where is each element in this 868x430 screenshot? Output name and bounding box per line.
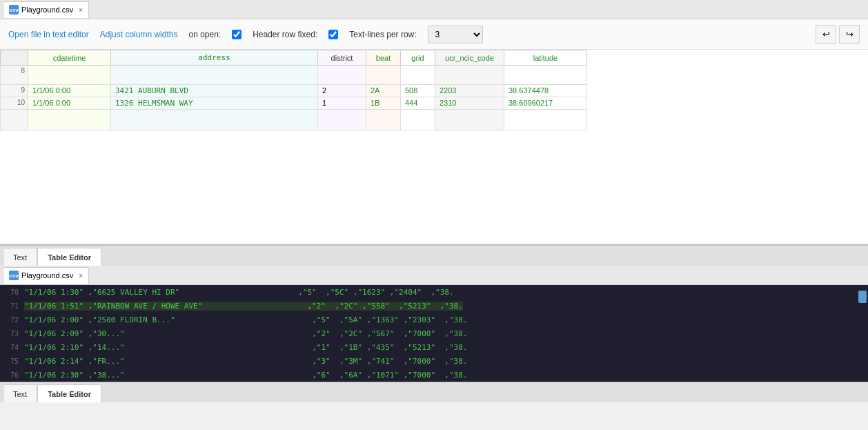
line-number: 72 — [0, 316, 24, 324]
header-row-checkbox[interactable] — [328, 30, 338, 39]
top-tab-bar: csv Playground.csv × — [0, 0, 868, 19]
table-row-empty — [1, 110, 587, 130]
cell-8-grid[interactable] — [401, 66, 435, 85]
top-table-container[interactable]: cdatetime address district beat grid ucr… — [0, 50, 868, 244]
cell-9-cdatetime[interactable]: 1/1/06 0:00 — [28, 85, 111, 97]
text-line: 75"1/1/06 2:14" ,"FR..." ,"3" ,"3M" ,"74… — [0, 354, 868, 368]
text-line: 74"1/1/06 2:10" ,"14..." ,"1" ,"1B" ,"43… — [0, 340, 868, 354]
csv-icon: csv — [9, 5, 19, 14]
cell-8-district[interactable] — [318, 66, 366, 85]
row-num-8: 8 — [1, 66, 28, 85]
header-row-checkbox-wrap — [328, 30, 338, 39]
cell-9-beat[interactable]: 2A — [366, 85, 401, 97]
top-tab-label: Playground.csv — [21, 6, 73, 14]
mid-tab-text[interactable]: Text — [3, 248, 37, 266]
cell-8-ucr[interactable] — [435, 66, 504, 85]
scroll-indicator — [858, 291, 867, 303]
adjust-widths-link[interactable]: Adjust column widths — [100, 30, 178, 39]
cell-8-beat[interactable] — [366, 66, 401, 85]
text-line: 71"1/1/06 1:51" ,"RAINBOW AVE / HOWE AVE… — [0, 299, 868, 313]
line-content[interactable]: "1/1/06 1:51" ,"RAINBOW AVE / HOWE AVE" … — [24, 302, 463, 311]
col-header-beat[interactable]: beat — [366, 50, 401, 66]
undo-button[interactable]: ↩ — [816, 25, 836, 44]
line-number: 76 — [0, 371, 24, 379]
cell-10-lat[interactable]: 38.60960217 — [504, 97, 587, 110]
col-header-district[interactable]: district — [318, 50, 366, 66]
col-header-address[interactable]: address — [111, 50, 318, 66]
cell-9-lat[interactable]: 38.6374478 — [504, 85, 587, 97]
on-open-label: on open: — [188, 30, 221, 39]
cell-10-address[interactable]: 1326 HELMSMAN WAY — [111, 97, 318, 110]
mid-tab-table-editor[interactable]: Table Editor — [37, 248, 101, 266]
cell-8-cdatetime[interactable] — [28, 66, 111, 85]
bottom-csv-icon: csv — [9, 271, 19, 280]
col-header-ucr[interactable]: ucr_ncic_code — [435, 50, 504, 66]
text-view[interactable]: 70"1/1/06 1:30" ,"6625 VALLEY HI DR" ,"5… — [0, 285, 868, 382]
cell-10-ucr[interactable]: 2310 — [435, 97, 504, 110]
bottom-tab-label: Playground.csv — [21, 271, 73, 280]
col-header-latitude[interactable]: latitude — [504, 50, 587, 66]
cell-8-lat[interactable] — [504, 66, 587, 85]
toolbar: Open file in text editor Adjust column w… — [0, 19, 868, 50]
line-number: 70 — [0, 289, 24, 296]
line-number: 73 — [0, 330, 24, 338]
cell-9-address[interactable]: 3421 AUBURN BLVD — [111, 85, 318, 97]
cell-10-cdatetime[interactable]: 1/1/06 0:00 — [28, 97, 111, 110]
undo-redo-buttons: ↩ ↪ — [816, 25, 860, 44]
text-line: 73"1/1/06 2:09" ,"30..." ,"2" ,"2C" ,"56… — [0, 326, 868, 340]
text-line: 72"1/1/06 2:00" ,"2500 FLORIN B..." ,"5"… — [0, 313, 868, 326]
row-num-10: 10 — [1, 97, 28, 110]
bottom-file-tab[interactable]: csv Playground.csv × — [3, 267, 89, 284]
col-header-grid[interactable]: grid — [401, 50, 435, 66]
text-line: 76"1/1/06 2:30" ,"38..." ,"6" ,"6A" ,"10… — [0, 368, 868, 382]
row-num-header — [1, 50, 28, 66]
line-content[interactable]: "1/1/06 1:30" ,"6625 VALLEY HI DR" ,"5" … — [24, 288, 454, 297]
row-num-9: 9 — [1, 85, 28, 97]
text-lines-select-wrap: 1 2 3 4 5 — [428, 26, 483, 43]
bottom-panel: csv Playground.csv × 70"1/1/06 1:30" ,"6… — [0, 266, 868, 382]
line-content[interactable]: "1/1/06 2:09" ,"30..." ,"2" ,"2C" ,"567"… — [24, 329, 467, 338]
header-row-label: Header row fixed: — [253, 30, 317, 39]
bottom-tabs-strip: Text Table Editor — [0, 382, 868, 402]
line-content[interactable]: "1/1/06 2:14" ,"FR..." ,"3" ,"3M" ,"741"… — [24, 357, 467, 366]
cell-10-beat[interactable]: 1B — [366, 97, 401, 110]
bottom-tab-text[interactable]: Text — [3, 384, 37, 402]
text-line: 70"1/1/06 1:30" ,"6625 VALLEY HI DR" ,"5… — [0, 285, 868, 299]
top-tab-close[interactable]: × — [79, 6, 83, 14]
on-open-checkbox[interactable] — [232, 30, 241, 39]
line-content[interactable]: "1/1/06 2:10" ,"14..." ,"1" ,"1B" ,"435"… — [24, 343, 467, 352]
top-table: cdatetime address district beat grid ucr… — [0, 50, 587, 130]
col-header-cdatetime[interactable]: cdatetime — [28, 50, 111, 66]
cell-10-district[interactable]: 1 — [318, 97, 366, 110]
open-file-link[interactable]: Open file in text editor — [8, 30, 89, 39]
on-open-checkbox-wrap — [232, 30, 241, 39]
top-file-tab[interactable]: csv Playground.csv × — [3, 1, 89, 18]
cell-9-grid[interactable]: 508 — [401, 85, 435, 97]
cell-10-grid[interactable]: 444 — [401, 97, 435, 110]
cell-9-ucr[interactable]: 2203 — [435, 85, 504, 97]
line-number: 71 — [0, 302, 24, 310]
table-row: 9 1/1/06 0:00 3421 AUBURN BLVD 2 2A 508 … — [1, 85, 587, 97]
redo-button[interactable]: ↪ — [839, 25, 860, 44]
bottom-tab-close[interactable]: × — [79, 272, 83, 280]
line-content[interactable]: "1/1/06 2:30" ,"38..." ,"6" ,"6A" ,"1071… — [24, 371, 467, 380]
bottom-tab-bar: csv Playground.csv × — [0, 266, 868, 285]
table-row: 10 1/1/06 0:00 1326 HELMSMAN WAY 1 1B 44… — [1, 97, 587, 110]
line-number: 74 — [0, 344, 24, 351]
mid-tabs-strip: Text Table Editor — [0, 245, 868, 266]
cell-8-address[interactable] — [111, 66, 318, 85]
line-content[interactable]: "1/1/06 2:00" ,"2500 FLORIN B..." ,"5" ,… — [24, 315, 467, 324]
cell-9-district[interactable]: 2 — [318, 85, 366, 97]
line-number: 75 — [0, 358, 24, 365]
text-lines-label: Text-lines per row: — [349, 30, 416, 39]
text-lines-dropdown[interactable]: 1 2 3 4 5 — [428, 26, 483, 43]
table-row: 8 — [1, 66, 587, 85]
bottom-tab-table-editor[interactable]: Table Editor — [37, 384, 101, 402]
